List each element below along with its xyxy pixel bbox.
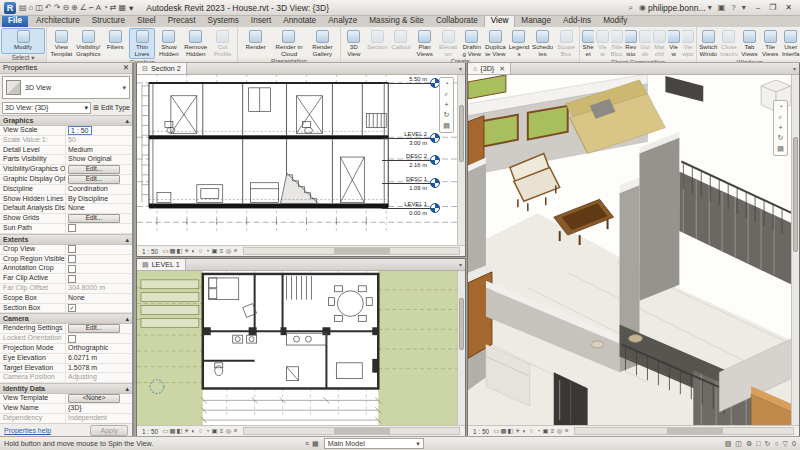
vertical-scrollbar[interactable] — [791, 74, 799, 426]
nav-tool-icon[interactable]: + — [778, 124, 782, 131]
filter-icon[interactable]: ▽ — [783, 440, 788, 448]
ribbon-button[interactable]: Sheet — [581, 28, 595, 59]
view-control-icon[interactable]: ☀ — [183, 247, 190, 255]
ribbon-button[interactable]: Render Gallery — [306, 28, 339, 58]
property-value[interactable] — [68, 245, 76, 253]
view-control-icon[interactable]: ▣ — [211, 427, 218, 435]
ribbon-button[interactable]: 3D View — [342, 28, 366, 58]
qat-tool-icon[interactable]: ◔ — [103, 3, 108, 13]
property-value[interactable]: Edit... — [68, 165, 120, 174]
selection-tool-icon[interactable]: ⚙ — [746, 440, 752, 448]
ribbon-button[interactable]: Show Hidden Lines — [155, 28, 182, 59]
status-tool-icon[interactable]: ▦ — [312, 440, 319, 448]
property-value[interactable]: Independent — [68, 414, 107, 423]
view-control-icon[interactable]: ▦ — [500, 427, 507, 435]
ribbon-button[interactable]: Plan Views — [413, 28, 437, 58]
view-control-icon[interactable]: ▣ — [211, 247, 218, 255]
view-control-icon[interactable]: ◔ — [204, 247, 211, 255]
property-value[interactable]: Edit... — [68, 324, 120, 333]
selection-tool-icon[interactable]: ○ — [774, 440, 778, 448]
qat-tool-icon[interactable]: ↶ — [45, 3, 52, 13]
ribbon-tab[interactable]: Annotate — [277, 15, 322, 27]
ribbon-button[interactable]: Modify — [1, 28, 45, 54]
nav-tool-icon[interactable]: ◔ — [778, 103, 782, 110]
qat-tool-icon[interactable]: ▤ — [19, 3, 27, 13]
vertical-scrollbar[interactable] — [457, 270, 465, 426]
ribbon-button[interactable]: Callout — [389, 28, 413, 58]
property-value[interactable] — [68, 335, 76, 343]
ribbon-button[interactable]: View Reference — [667, 28, 681, 59]
level-marker[interactable]: DESC 22.16 m — [382, 152, 440, 169]
ribbon-tab[interactable]: Structure — [86, 15, 131, 27]
nav-tool-icon[interactable]: ⌕ — [779, 113, 783, 121]
qat-tool-icon[interactable]: ⊖ — [62, 3, 69, 13]
minimize-button[interactable]: – — [752, 3, 764, 12]
property-value[interactable]: ✓ — [68, 304, 76, 312]
apply-button[interactable]: Apply — [90, 425, 128, 436]
selection-tool-icon[interactable]: ↻ — [765, 440, 771, 448]
selection-tool-icon[interactable]: ▧ — [725, 440, 732, 448]
ribbon-button[interactable]: Cut Profile — [209, 28, 236, 59]
view-control-icon[interactable]: ☀ — [183, 427, 190, 435]
view-scale-button[interactable]: 1 : 50 — [139, 248, 161, 255]
ribbon-button[interactable]: Tile Views — [760, 28, 781, 59]
design-option-select[interactable]: Main Model ▾ — [324, 438, 424, 449]
qat-tool-icon[interactable]: ⊕ — [71, 3, 78, 13]
help-caret-icon[interactable]: ▾ — [742, 3, 746, 12]
property-value[interactable]: Edit... — [68, 175, 120, 184]
navigation-bar[interactable]: ◔⌕+↻▤ — [773, 100, 788, 156]
help-icon[interactable]: ? — [731, 3, 735, 12]
panel-label-windows[interactable]: Windows — [697, 59, 800, 62]
section-header-identity-data[interactable]: Identity Data▴ — [0, 383, 132, 394]
type-selector[interactable]: 3D View ▾ — [2, 76, 130, 99]
plan-view-canvas[interactable] — [137, 270, 458, 426]
vertical-scrollbar[interactable] — [457, 74, 465, 246]
ribbon-button[interactable]: User Interface — [780, 28, 800, 59]
view-control-icon[interactable]: « — [232, 247, 239, 255]
ribbon-button[interactable]: Remove Hidden Lines — [182, 28, 209, 59]
app-store-icon[interactable]: ▣ — [718, 3, 726, 12]
view-scale-button[interactable]: 1 : 50 — [139, 428, 161, 435]
property-value[interactable]: 304.8000 m — [68, 284, 105, 293]
properties-close-icon[interactable]: ✕ — [123, 63, 129, 72]
property-value[interactable]: None — [68, 294, 85, 303]
level-marker[interactable]: LEVEL 23.00 m — [382, 130, 440, 147]
qat-tool-icon[interactable]: ↷ — [54, 3, 61, 13]
qat-tool-icon[interactable]: A — [96, 3, 101, 13]
property-value[interactable] — [68, 275, 76, 283]
ribbon-button[interactable]: Switch Windows — [698, 28, 719, 59]
section-view-canvas[interactable]: ◔⌕+↻▤ 5.50 m LEVEL 23.00 m DESC 22.16 m … — [137, 74, 458, 246]
horizontal-scrollbar[interactable] — [243, 247, 460, 255]
property-value[interactable] — [68, 265, 76, 273]
view-control-icon[interactable]: ▦ — [169, 247, 176, 255]
view-control-icon[interactable]: ≡ — [218, 427, 225, 435]
revit-logo-icon[interactable]: R — [4, 2, 16, 14]
view-control-icon[interactable]: « — [563, 427, 570, 435]
navigation-bar[interactable]: ◔⌕+↻▤ — [439, 77, 454, 133]
selection-tool-icon[interactable]: ◫ — [735, 440, 742, 448]
view-control-icon[interactable]: ▭ — [493, 427, 500, 435]
qat-tool-icon[interactable]: ∠ — [80, 3, 87, 13]
section-header-extents[interactable]: Extents▴ — [0, 234, 132, 245]
qat-tool-icon[interactable]: ⌐ — [89, 3, 94, 13]
ribbon-button[interactable]: Scope Box — [554, 28, 578, 58]
close-button[interactable]: ✕ — [781, 3, 796, 12]
horizontal-scrollbar[interactable] — [243, 427, 460, 435]
ribbon-button[interactable]: Revisions — [624, 28, 638, 59]
property-value[interactable]: Show Original — [68, 155, 112, 164]
section-header-graphics[interactable]: Graphics▴ — [0, 115, 132, 126]
view-control-icon[interactable]: ◎ — [225, 247, 232, 255]
nav-tool-icon[interactable]: ↻ — [444, 111, 450, 119]
view-control-icon[interactable]: ▭ — [162, 427, 169, 435]
view-tab-section2[interactable]: ⊟ Section 2 — [137, 63, 187, 74]
ribbon-button[interactable]: Title Block — [610, 28, 624, 59]
qat-tool-icon[interactable]: ▦ — [119, 3, 127, 13]
property-value[interactable]: 1.5078 m — [68, 364, 97, 373]
tab-overflow-icon[interactable]: ▾ — [456, 261, 465, 268]
ribbon-button[interactable]: Drafting View — [460, 28, 484, 58]
panel-label-create[interactable]: Create — [341, 58, 579, 62]
ribbon-tab[interactable]: Architecture — [30, 15, 86, 27]
property-value[interactable]: 6.0271 m — [68, 354, 97, 363]
ribbon-button[interactable]: Duplicate View — [484, 28, 508, 58]
ribbon-tab[interactable]: Massing & Site — [363, 15, 430, 27]
